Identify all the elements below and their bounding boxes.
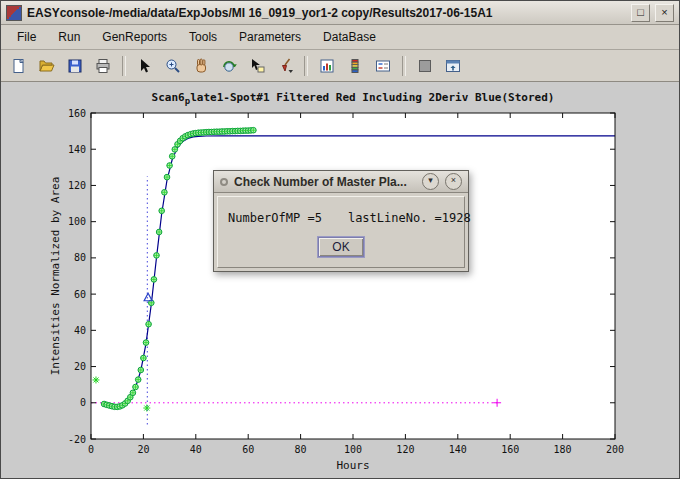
svg-text:0: 0 — [88, 444, 94, 455]
dock-figure-icon — [444, 57, 462, 75]
print-figure-button[interactable] — [90, 53, 116, 79]
plot-tools-button[interactable] — [412, 53, 438, 79]
ok-button[interactable]: OK — [318, 237, 364, 257]
dialog-collapse-button[interactable]: ▾ — [422, 173, 439, 190]
figure-area: 020406080100120140160180200-200204060801… — [1, 82, 679, 478]
menu-bar: FileRunGenReportsToolsParametersDataBase — [1, 25, 679, 50]
data-cursor-button[interactable] — [244, 53, 270, 79]
svg-text:Hours: Hours — [336, 459, 369, 472]
menu-parameters[interactable]: Parameters — [229, 27, 311, 47]
window-titlebar[interactable]: EASYconsole-/media/data/ExpJobs/MI 16_09… — [1, 1, 679, 25]
dialog-lastlineno-value: lastLineNo. =1928 — [348, 211, 471, 225]
svg-text:Intensities Normalized by Area: Intensities Normalized by Area — [49, 177, 62, 376]
new-figure-icon — [10, 57, 28, 75]
edit-plot-icon — [136, 57, 154, 75]
zoom-in-button[interactable] — [160, 53, 186, 79]
window-close-button[interactable]: × — [655, 4, 674, 22]
check-master-plates-dialog: Check Number of Master Pla... ▾ × Number… — [213, 170, 469, 272]
menu-genreports[interactable]: GenReports — [92, 27, 177, 47]
window-shade-button[interactable]: □ — [631, 4, 650, 22]
svg-text:60: 60 — [74, 289, 86, 300]
menu-database[interactable]: DataBase — [313, 27, 386, 47]
pan-icon — [192, 57, 210, 75]
plot-canvas[interactable]: 020406080100120140160180200-200204060801… — [1, 82, 679, 478]
svg-text:140: 140 — [68, 144, 86, 155]
svg-text:20: 20 — [137, 444, 149, 455]
toolbar-separator — [304, 56, 308, 76]
data-cursor-icon — [248, 57, 266, 75]
toolbar-separator — [122, 56, 126, 76]
svg-text:100: 100 — [68, 216, 86, 227]
insert-colorbar-icon — [346, 57, 364, 75]
svg-text:200: 200 — [606, 444, 624, 455]
plot-browser-button[interactable] — [314, 53, 340, 79]
svg-text:40: 40 — [190, 444, 202, 455]
brush-button[interactable] — [272, 53, 298, 79]
open-file-button[interactable] — [34, 53, 60, 79]
svg-text:-20: -20 — [68, 434, 86, 445]
svg-text:120: 120 — [396, 444, 414, 455]
pan-button[interactable] — [188, 53, 214, 79]
svg-text:180: 180 — [554, 444, 572, 455]
toolbar — [1, 50, 679, 82]
app-icon — [6, 5, 22, 21]
svg-text:120: 120 — [68, 180, 86, 191]
open-file-icon — [38, 57, 56, 75]
svg-text:60: 60 — [242, 444, 254, 455]
save-figure-icon — [66, 57, 84, 75]
svg-text:40: 40 — [74, 325, 86, 336]
svg-text:Scan6plate1-Spot#1 Filtered Re: Scan6plate1-Spot#1 Filtered Red Includin… — [152, 91, 555, 106]
svg-text:100: 100 — [344, 444, 362, 455]
insert-colorbar-button[interactable] — [342, 53, 368, 79]
insert-legend-icon — [374, 57, 392, 75]
svg-text:160: 160 — [501, 444, 519, 455]
plot-browser-icon — [318, 57, 336, 75]
svg-text:20: 20 — [74, 361, 86, 372]
brush-icon — [276, 57, 294, 75]
svg-text:140: 140 — [449, 444, 467, 455]
insert-legend-button[interactable] — [370, 53, 396, 79]
dialog-body: NumberOfMP =5 lastLineNo. =1928 OK — [217, 196, 465, 268]
svg-text:80: 80 — [74, 252, 86, 263]
dialog-palette-icon — [220, 178, 228, 186]
dialog-titlebar[interactable]: Check Number of Master Pla... ▾ × — [214, 171, 468, 193]
new-figure-button[interactable] — [6, 53, 32, 79]
rotate-3d-button[interactable] — [216, 53, 242, 79]
save-figure-button[interactable] — [62, 53, 88, 79]
dialog-message: NumberOfMP =5 lastLineNo. =1928 — [228, 211, 454, 225]
plot-tools-icon — [416, 57, 434, 75]
rotate-3d-icon — [220, 57, 238, 75]
svg-text:160: 160 — [68, 108, 86, 119]
menu-file[interactable]: File — [7, 27, 46, 47]
print-figure-icon — [94, 57, 112, 75]
dialog-title: Check Number of Master Pla... — [234, 175, 416, 189]
dialog-numberofmp-value: NumberOfMP =5 — [228, 211, 322, 225]
edit-plot-button[interactable] — [132, 53, 158, 79]
svg-text:0: 0 — [80, 397, 86, 408]
dialog-close-button[interactable]: × — [445, 173, 462, 190]
toolbar-separator — [402, 56, 406, 76]
app-window: EASYconsole-/media/data/ExpJobs/MI 16_09… — [0, 0, 680, 479]
menu-tools[interactable]: Tools — [179, 27, 227, 47]
svg-text:80: 80 — [295, 444, 307, 455]
menu-run[interactable]: Run — [48, 27, 90, 47]
dock-figure-button[interactable] — [440, 53, 466, 79]
window-title: EASYconsole-/media/data/ExpJobs/MI 16_09… — [27, 6, 626, 20]
zoom-in-icon — [164, 57, 182, 75]
